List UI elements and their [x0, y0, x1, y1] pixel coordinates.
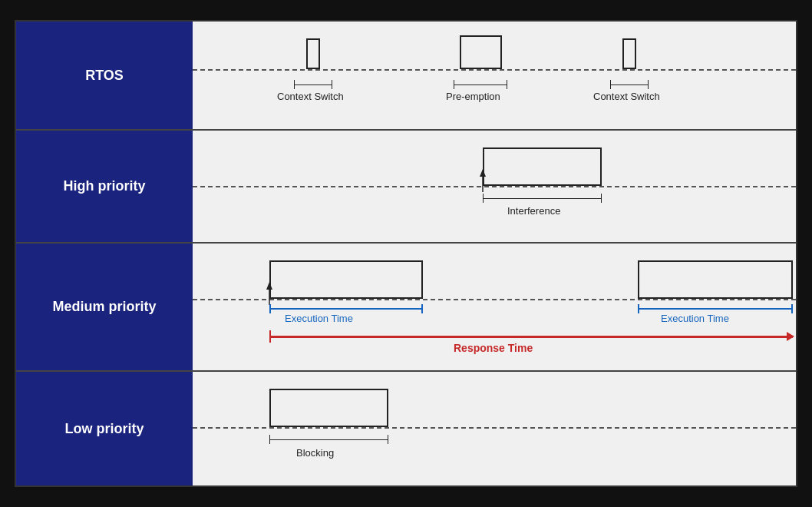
rtos-diagram: RTOS Context Switch Pre-emption — [15, 20, 797, 487]
rtos-label: RTOS — [16, 22, 193, 129]
medium-box-2 — [638, 260, 793, 299]
high-priority-box — [483, 147, 602, 186]
interference-bracket — [483, 192, 602, 204]
high-priority-arrow — [477, 169, 489, 194]
medium-box-1 — [269, 260, 423, 299]
low-priority-content: Blocking — [193, 372, 796, 485]
svg-marker-3 — [266, 282, 272, 290]
exec-line-2 — [638, 308, 793, 310]
svg-marker-1 — [480, 169, 486, 177]
low-priority-row: Low priority Blocking — [16, 372, 796, 485]
preemption-bracket — [454, 78, 507, 91]
low-priority-label: Low priority — [16, 372, 193, 485]
response-time-label: Response Time — [454, 342, 533, 354]
high-priority-content: Interference — [193, 131, 796, 242]
medium-dashed-line — [193, 299, 796, 300]
ctx-switch-2-box — [622, 38, 636, 69]
high-dashed-line — [193, 186, 796, 187]
rtos-content: Context Switch Pre-emption Context Switc… — [193, 22, 796, 129]
medium-priority-row: Medium priority Execution Time — [16, 244, 796, 372]
resp-left-tick — [269, 330, 271, 343]
exec-time-2-label: Execution Time — [661, 313, 729, 324]
low-priority-box — [269, 389, 388, 427]
medium-priority-label: Medium priority — [16, 244, 193, 370]
medium-priority-content: Execution Time Execution Time Response T… — [193, 244, 796, 370]
ctx-switch-2-bracket — [610, 78, 649, 91]
blocking-bracket — [269, 433, 388, 446]
preemption-box — [460, 35, 502, 69]
exec-line-1 — [269, 308, 423, 310]
ctx-switch-1-box — [306, 38, 320, 69]
rtos-row: RTOS Context Switch Pre-emption — [16, 22, 796, 131]
ctx-switch-1-bracket — [294, 78, 332, 91]
interference-label: Interference — [507, 205, 560, 217]
high-priority-label: High priority — [16, 131, 193, 242]
ctx-switch-1-label: Context Switch — [277, 91, 344, 102]
rtos-dashed-line — [193, 69, 796, 71]
ctx-switch-2-label: Context Switch — [593, 91, 660, 102]
preemption-label: Pre-emption — [446, 91, 500, 102]
blocking-label: Blocking — [296, 447, 334, 459]
low-dashed-line — [193, 427, 796, 429]
medium-priority-arrow — [263, 282, 276, 307]
response-line — [269, 336, 793, 338]
exec-time-1-label: Execution Time — [285, 313, 353, 324]
high-priority-row: High priority Interference — [16, 131, 796, 244]
